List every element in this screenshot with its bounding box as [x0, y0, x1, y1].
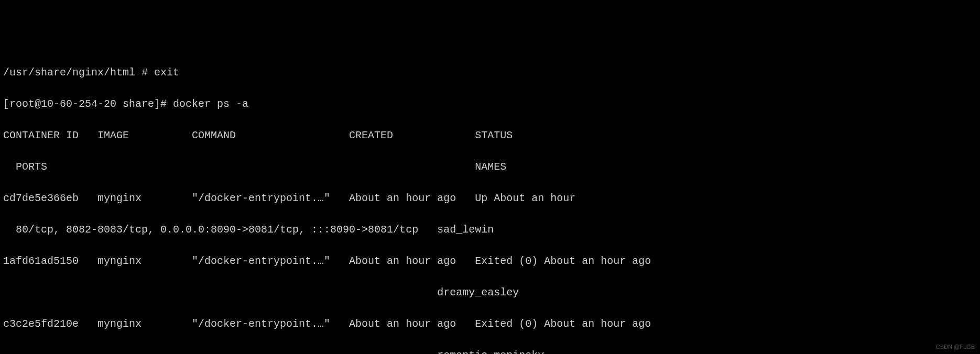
terminal-line-exit: /usr/share/nginx/html # exit [3, 65, 980, 81]
watermark-text: CSDN @FLGB [936, 342, 975, 351]
terminal-header-line1: CONTAINER ID IMAGE COMMAND CREATED STATU… [3, 128, 980, 143]
terminal-header-line2: PORTS NAMES [3, 159, 980, 175]
terminal-line-cmd-ps-a: [root@10-60-254-20 share]# docker ps -a [3, 96, 980, 112]
container-row-cont: 80/tcp, 8082-8083/tcp, 0.0.0.0:8090->808… [3, 222, 980, 238]
container-row-cont: romantic_meninsky [3, 348, 980, 354]
container-row: c3c2e5fd210e mynginx "/docker-entrypoint… [3, 316, 980, 332]
container-row: 1afd61ad5150 mynginx "/docker-entrypoint… [3, 253, 980, 269]
container-row-cont: dreamy_easley [3, 285, 980, 301]
container-row: cd7de5e366eb mynginx "/docker-entrypoint… [3, 191, 980, 206]
